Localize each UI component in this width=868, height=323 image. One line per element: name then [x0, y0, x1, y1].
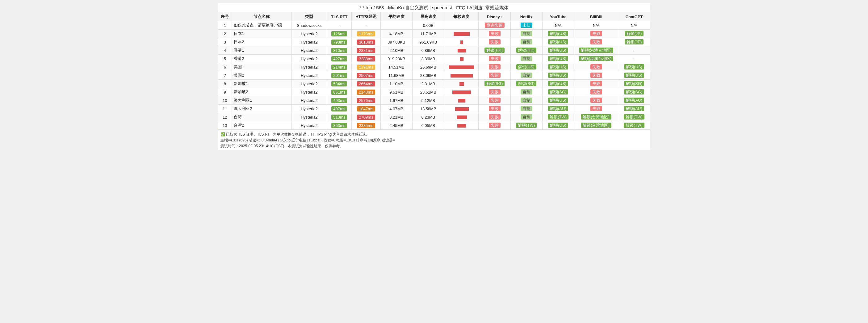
table-cell: 解锁(US) [542, 55, 574, 63]
table-cell: 解锁(SG) [542, 88, 574, 96]
table-cell: 解锁(SG) [478, 80, 510, 88]
table-cell: 解锁(TW) [542, 113, 574, 121]
table-row: 10澳大利亚1Hysteria2493ms2576ms1.97MB5.12MB失… [218, 96, 650, 105]
table-cell: 失败 [574, 80, 618, 88]
table-cell: 澳大利亚1 [232, 96, 292, 105]
table-cell: 失败 [478, 30, 510, 38]
table-cell: 0.00B [412, 21, 444, 30]
tls-cell: 534ms [327, 80, 352, 88]
table-cell: 香港2 [232, 55, 292, 63]
table-cell: 3 [218, 38, 232, 46]
table-cell: 澳大利亚2 [232, 105, 292, 113]
speed-bar-cell [444, 38, 478, 46]
table-cell: 自制 [510, 96, 542, 105]
table-row: 1如仅此节点，请更换客户端Shadowsocks--0.00B查询失败未知N/A… [218, 21, 650, 30]
table-cell [380, 21, 412, 30]
table-header-row: 序号 节点名称 类型 TLS RTT HTTPS延迟 平均速度 最高速度 每秒速… [218, 12, 650, 21]
table-cell: N/A [574, 21, 618, 30]
table-cell: Hysteria2 [291, 88, 327, 96]
col-disney: Disney+ [478, 12, 510, 21]
speed-bar-cell [444, 113, 478, 121]
main-container: *.*.top-1563 - MiaoKo 自定义测试 | speedtest … [218, 3, 650, 150]
table-cell: 2.10MB [380, 46, 412, 55]
table-cell: 失败 [478, 105, 510, 113]
table-cell: 解锁(SG) [618, 80, 650, 88]
table-cell: 台湾2 [232, 121, 292, 130]
table-cell: 解锁(港澳台地区) [574, 46, 618, 55]
table-cell: 解锁(JP) [618, 30, 650, 38]
col-https-delay: HTTPS延迟 [352, 12, 380, 21]
table-cell: 12 [218, 113, 232, 121]
col-name: 节点名称 [232, 12, 292, 21]
table-cell: 新加坡1 [232, 80, 292, 88]
table-cell: 1 [218, 21, 232, 30]
table-cell: 解锁(US) [542, 96, 574, 105]
table-cell: 5.12MB [412, 96, 444, 105]
table-cell: Hysteria2 [291, 71, 327, 80]
table-cell: 失败 [478, 71, 510, 80]
page-title: *.*.top-1563 - MiaoKo 自定义测试 | speedtest … [218, 3, 650, 12]
col-type: 类型 [291, 12, 327, 21]
table-cell: 1.97MB [380, 96, 412, 105]
https-cell: 1847ms [352, 105, 380, 113]
table-row: 4香港1Hysteria2810ms2831ms2.10MB6.89MB解锁(H… [218, 46, 650, 55]
https-cell: 2385ms [352, 121, 380, 130]
table-cell: 26.69MB [412, 63, 444, 71]
table-cell: 失败 [478, 96, 510, 105]
table-cell: 解锁(TW) [618, 121, 650, 130]
table-cell: 13 [218, 121, 232, 130]
speed-bar-cell [444, 80, 478, 88]
table-row: 11澳大利亚2Hysteria2407ms1847ms4.07MB13.58MB… [218, 105, 650, 113]
col-netflix: Netflix [510, 12, 542, 21]
table-cell: 美国2 [232, 71, 292, 80]
speed-bar-cell [444, 55, 478, 63]
tls-cell: 407ms [327, 105, 352, 113]
table-cell: 23.09MB [412, 71, 444, 80]
table-cell: N/A [542, 21, 574, 30]
table-cell: 香港1 [232, 46, 292, 55]
table-cell: 失败 [478, 113, 510, 121]
tls-cell: 810ms [327, 46, 352, 55]
col-max-speed: 最高速度 [412, 12, 444, 21]
speed-bar-cell [444, 96, 478, 105]
https-cell: 2709ms [352, 113, 380, 121]
https-cell: 2507ms [352, 71, 380, 80]
tls-cell: 513ms [327, 113, 352, 121]
table-cell: Hysteria2 [291, 55, 327, 63]
table-cell: 11.71MB [412, 30, 444, 38]
table-cell: 失败 [574, 71, 618, 80]
table-cell: 日本2 [232, 38, 292, 46]
table-cell: 7 [218, 71, 232, 80]
table-cell: Hysteria2 [291, 38, 327, 46]
table-cell: 解锁(US) [618, 71, 650, 80]
table-cell: 9.51MB [380, 88, 412, 96]
tls-cell: 214ms [327, 63, 352, 71]
table-cell: 解锁(AU) [618, 96, 650, 105]
footer-note-2: 主端=4.3.3 (696) 喵速=5.0.0-beta4 (①东北-辽宁电信 … [220, 137, 648, 143]
table-cell: 解锁(台湾地区) [574, 113, 618, 121]
https-cell: 3018ms [352, 38, 380, 46]
table-cell: 6 [218, 63, 232, 71]
https-cell: 1178ms [352, 30, 380, 38]
table-cell: 台湾1 [232, 113, 292, 121]
table-cell: 4 [218, 46, 232, 55]
speed-bar-cell [444, 105, 478, 113]
table-cell: Hysteria2 [291, 80, 327, 88]
table-cell: 14.51MB [380, 63, 412, 71]
table-cell: 解锁(US) [542, 38, 574, 46]
table-cell: 新加坡2 [232, 88, 292, 96]
tls-cell: 201ms [327, 71, 352, 80]
https-cell: - [352, 21, 380, 30]
table-cell: Hysteria2 [291, 63, 327, 71]
table-cell: 如仅此节点，请更换客户端 [232, 21, 292, 30]
tls-cell: 661ms [327, 88, 352, 96]
table-cell: 6.23MB [412, 113, 444, 121]
table-cell: 9 [218, 88, 232, 96]
table-cell: 11.68MB [380, 71, 412, 80]
table-cell: 自制 [510, 71, 542, 80]
table-cell: 失败 [574, 88, 618, 96]
table-cell: 2.45MB [380, 121, 412, 130]
table-cell: Hysteria2 [291, 96, 327, 105]
table-cell: 失败 [478, 55, 510, 63]
table-cell: 解锁(US) [618, 63, 650, 71]
